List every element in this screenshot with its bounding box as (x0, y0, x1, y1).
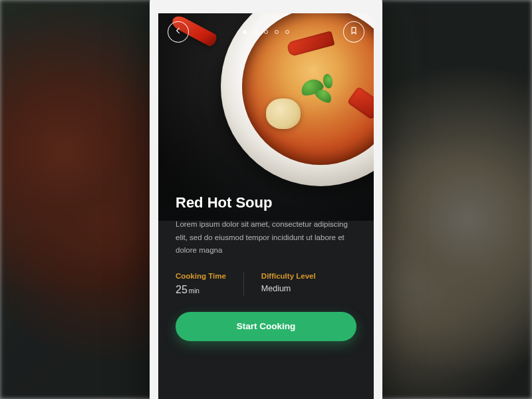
pagination-dot[interactable] (243, 30, 247, 34)
bookmark-button[interactable] (343, 21, 364, 43)
difficulty-value: Medium (261, 284, 316, 293)
recipe-stats: Cooking Time 25min Difficulty Level Medi… (176, 272, 356, 296)
pagination-dot[interactable] (253, 30, 257, 34)
stat-label: Difficulty Level (261, 272, 316, 280)
cooking-time-value: 25 (176, 284, 188, 295)
phone-screen: Red Hot Soup Lorem ipsum dolor sit amet,… (158, 13, 374, 399)
pagination-dot[interactable] (264, 30, 268, 34)
stat-cooking-time: Cooking Time 25min (176, 272, 243, 296)
pagination-dot[interactable] (275, 30, 279, 34)
bookmark-icon (349, 26, 358, 38)
hero-illustration (266, 98, 301, 129)
recipe-title: Red Hot Soup (176, 194, 356, 211)
back-button[interactable] (168, 21, 189, 43)
stat-difficulty: Difficulty Level Medium (243, 272, 333, 296)
pagination-dot[interactable] (285, 30, 289, 34)
phone-device-frame: Red Hot Soup Lorem ipsum dolor sit amet,… (150, 0, 382, 399)
stat-label: Cooking Time (176, 272, 226, 280)
arrow-left-icon (174, 26, 183, 38)
recipe-description: Lorem ipsum dolor sit amet, consectetur … (176, 218, 348, 257)
start-cooking-button[interactable]: Start Cooking (176, 312, 356, 341)
stat-value: 25min (176, 284, 226, 296)
pagination-dots[interactable] (243, 30, 289, 34)
hero-topbar (168, 21, 364, 43)
cooking-time-unit: min (189, 287, 200, 295)
recipe-hero-image (158, 13, 374, 221)
